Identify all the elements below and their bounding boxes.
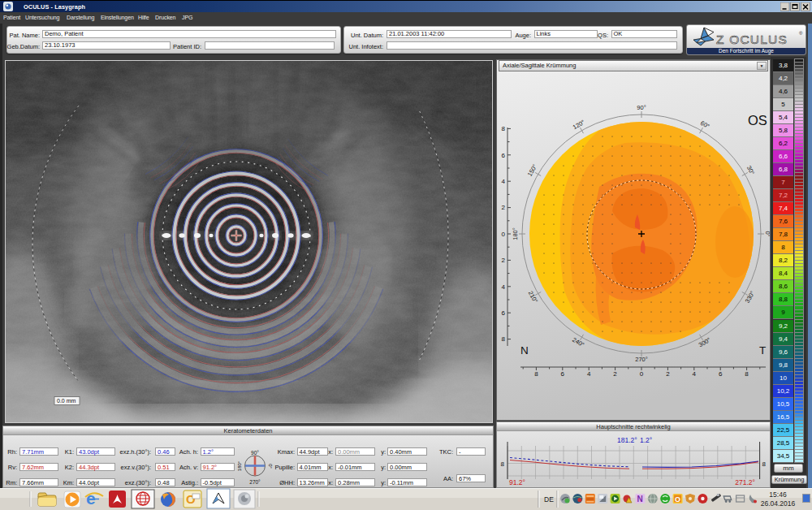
svg-text:O: O bbox=[675, 495, 680, 504]
svg-text:N: N bbox=[637, 495, 643, 504]
